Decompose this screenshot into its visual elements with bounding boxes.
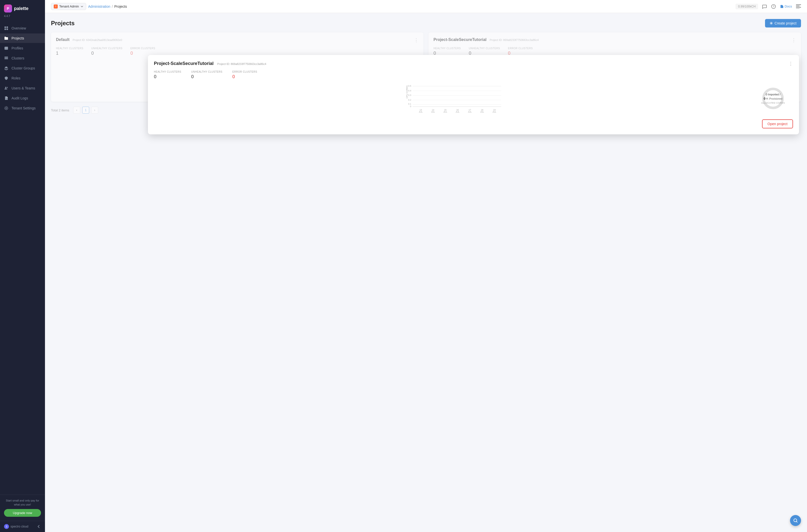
sidebar-item-projects-label: Projects — [12, 36, 24, 40]
svg-text:0.5: 0.5 — [408, 85, 411, 87]
svg-rect-19 — [796, 6, 800, 6]
svg-text:0.2: 0.2 — [408, 99, 411, 101]
sidebar-item-clusters-label: Clusters — [12, 56, 24, 60]
svg-rect-1 — [6, 26, 8, 28]
svg-rect-21 — [796, 8, 800, 8]
stat-healthy: HEALTHY CLUSTERS 1 — [56, 47, 83, 56]
palette-logo-icon: P — [4, 4, 12, 13]
popup-error-label: ERROR CLUSTERS — [232, 71, 257, 73]
main-content: T Tenant Admin Administration / Projects… — [45, 0, 807, 532]
svg-text:0: 0 — [410, 105, 411, 108]
svg-point-11 — [7, 87, 8, 88]
svg-point-8 — [7, 57, 8, 57]
popup-donut-provisioned: 0 — [764, 97, 766, 101]
svg-text:0.1: 0.1 — [408, 103, 411, 105]
search-fab[interactable] — [790, 515, 801, 526]
shield-icon — [4, 76, 8, 80]
sidebar-item-cluster-groups[interactable]: Cluster Groups — [0, 63, 45, 73]
popup-donut: 0 Imported / 0 ⚙ -Provisioned ALLOCATED … — [753, 83, 793, 113]
sidebar-item-roles-label: Roles — [12, 76, 20, 80]
upgrade-now-button[interactable]: Upgrade now — [4, 509, 41, 517]
popup-unhealthy-label: UNHEALTHY CLUSTERS — [191, 71, 222, 73]
svg-point-10 — [5, 87, 6, 88]
sidebar-item-roles[interactable]: Roles — [0, 73, 45, 83]
svg-rect-13 — [5, 98, 7, 99]
credit-display: 0.99/100kCH — [735, 4, 758, 9]
topbar-right: 0.99/100kCH ? Docs — [735, 4, 801, 9]
sidebar-logo: P palette — [0, 0, 45, 15]
sidebar-item-projects[interactable]: Projects — [0, 34, 45, 43]
chat-icon[interactable] — [762, 4, 767, 9]
sidebar-item-users-teams-label: Users & Teams — [12, 86, 35, 90]
pagination-page-1[interactable]: 1 — [82, 107, 89, 114]
project-card-scale-header: Project-ScaleSecureTutorial Project ID: … — [433, 37, 796, 43]
stat-error: ERROR CLUSTERS 0 — [130, 47, 155, 56]
page-title: Projects — [51, 20, 75, 27]
project-default-id: Project ID: 6342eab2faa0813ead9082e0 — [73, 38, 122, 41]
page-content: Projects Create project Default Project … — [45, 13, 807, 532]
project-scale-menu[interactable]: ⋮ — [791, 37, 796, 43]
sidebar: P palette 4.4.7 Overview Projects — [0, 0, 45, 532]
logo-text: palette — [14, 6, 29, 11]
sidebar-item-overview-label: Overview — [12, 26, 26, 30]
pagination-prev[interactable]: ‹ — [73, 107, 80, 114]
svg-rect-18 — [796, 4, 801, 5]
pagination-next[interactable]: › — [91, 107, 98, 114]
breadcrumb-admin[interactable]: Administration — [88, 4, 110, 8]
docs-link[interactable]: Docs — [780, 4, 792, 8]
svg-point-9 — [7, 58, 8, 59]
tenant-icon: T — [54, 4, 58, 8]
project-popup: Project-ScaleSecureTutorial Project ID: … — [148, 55, 799, 134]
project-default-menu[interactable]: ⋮ — [414, 37, 418, 43]
popup-menu[interactable]: ⋮ — [789, 61, 793, 66]
search-icon — [793, 518, 798, 523]
popup-allocated-label: ALLOCATED CORES — [761, 102, 785, 104]
project-default-name: Default — [56, 37, 70, 42]
project-scale-stats: HEALTHY CLUSTERS 0 UNHEALTHY CLUSTERS 0 … — [433, 47, 796, 56]
topbar-left: T Tenant Admin Administration / Projects — [51, 3, 127, 10]
help-icon[interactable]: ? — [771, 4, 776, 9]
popup-header: Project-ScaleSecureTutorial Project ID: … — [154, 61, 793, 66]
folder-icon — [4, 36, 8, 40]
popup-chart-area: CPU CORES 0.5 0.4 0.3 0.2 0.1 — [154, 83, 793, 113]
spectro-label: spectro cloud — [11, 525, 28, 528]
pagination-info: Total 2 items — [51, 108, 69, 112]
server-icon — [4, 56, 8, 60]
breadcrumb-separator: / — [112, 4, 113, 8]
collapse-sidebar-icon[interactable] — [36, 524, 41, 529]
sidebar-item-clusters[interactable]: Clusters — [0, 54, 45, 63]
svg-text:JUL: JUL — [456, 111, 460, 113]
svg-text:?: ? — [773, 5, 774, 8]
svg-text:JUL: JUL — [431, 111, 435, 113]
popup-open-project-button[interactable]: Open project — [762, 119, 793, 128]
sidebar-item-overview[interactable]: Overview — [0, 23, 45, 33]
users-icon — [4, 86, 8, 90]
tenant-selector[interactable]: T Tenant Admin — [51, 3, 86, 10]
sidebar-item-users-teams[interactable]: Users & Teams — [0, 83, 45, 93]
sidebar-item-tenant-settings[interactable]: Tenant Settings — [0, 103, 45, 113]
upgrade-text: Start small and only pay for what you us… — [4, 499, 41, 507]
svg-rect-20 — [796, 7, 801, 7]
spectro-logo: S spectro cloud — [4, 524, 28, 529]
sidebar-item-tenant-settings-label: Tenant Settings — [12, 106, 36, 110]
sidebar-footer: S spectro cloud — [0, 521, 45, 532]
layers-icon — [4, 66, 8, 71]
project-scale-name: Project-ScaleSecureTutorial — [433, 37, 486, 42]
create-project-button[interactable]: Create project — [765, 19, 801, 27]
svg-point-5 — [5, 48, 6, 49]
grid-icon — [4, 26, 8, 31]
app-version: 4.4.7 — [0, 15, 45, 21]
user-bars-icon[interactable] — [796, 4, 801, 9]
topbar: T Tenant Admin Administration / Projects… — [45, 0, 807, 13]
page-header: Projects Create project — [51, 19, 801, 27]
sidebar-item-audit-logs[interactable]: Audit Logs — [0, 93, 45, 103]
sidebar-nav: Overview Projects Profiles — [0, 21, 45, 495]
popup-stats: HEALTHY CLUSTERS 0 UNHEALTHY CLUSTERS 0 … — [154, 71, 793, 79]
breadcrumb: Administration / Projects — [88, 4, 127, 8]
sidebar-item-profiles[interactable]: Profiles — [0, 43, 45, 53]
file-text-icon — [4, 96, 8, 100]
popup-provisioned-label: -Provisioned — [769, 97, 783, 100]
healthy-clusters-value: 1 — [56, 51, 83, 56]
svg-text:JUL: JUL — [444, 111, 448, 113]
popup-chart: CPU CORES 0.5 0.4 0.3 0.2 0.1 — [154, 83, 753, 113]
